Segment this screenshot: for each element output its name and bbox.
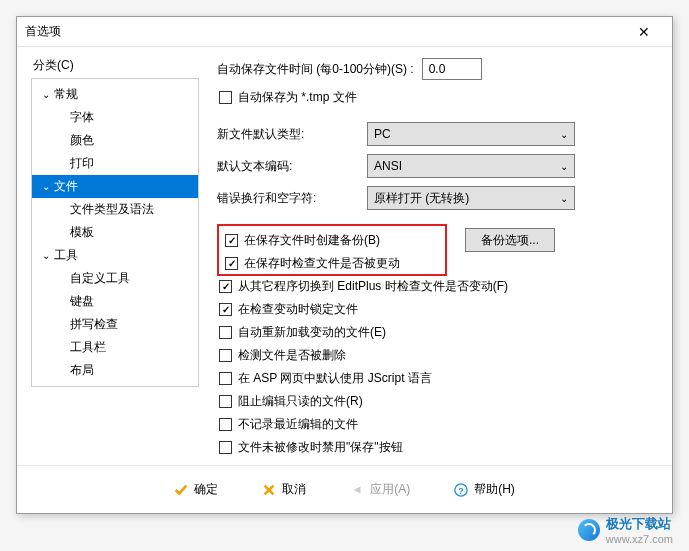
- tree-item-templates[interactable]: 模板: [32, 221, 198, 244]
- check-label: 不记录最近编辑的文件: [238, 416, 358, 433]
- help-button[interactable]: ? 帮助(H): [446, 477, 523, 502]
- tree-item-keyboard[interactable]: 键盘: [32, 290, 198, 313]
- default-encoding-row: 默认文本编码: ANSI ⌄: [217, 154, 658, 178]
- tree-label: 文件类型及语法: [70, 201, 154, 218]
- tree-item-font[interactable]: 字体: [32, 106, 198, 129]
- check-on-save-check-modified[interactable]: 在保存时检查文件是否被更动: [223, 255, 441, 272]
- check-create-backup[interactable]: 在保存文件时创建备份(B): [223, 232, 441, 249]
- check-label: 从其它程序切换到 EditPlus 时检查文件是否变动(F): [238, 278, 508, 295]
- check-asp-jscript[interactable]: 在 ASP 网页中默认使用 JScript 语言: [217, 370, 658, 387]
- tree-label: 拼写检查: [70, 316, 118, 333]
- check-label: 在保存文件时创建备份(B): [244, 232, 380, 249]
- tree-label: 布局: [70, 362, 94, 379]
- cancel-label: 取消: [282, 481, 306, 498]
- tree-item-general[interactable]: ⌄ 常规: [32, 83, 198, 106]
- close-button[interactable]: ✕: [624, 18, 664, 46]
- ok-button[interactable]: 确定: [166, 477, 226, 502]
- tree-label: 字体: [70, 109, 94, 126]
- window-title: 首选项: [25, 23, 624, 40]
- footer: 确定 取消 应用(A) ? 帮助(H): [17, 465, 672, 513]
- question-icon: ?: [454, 483, 468, 497]
- checkbox-icon: [219, 418, 232, 431]
- check-readonly-block[interactable]: 阻止编辑只读的文件(R): [217, 393, 658, 410]
- chevron-down-icon: ⌄: [560, 129, 568, 140]
- tree-item-print[interactable]: 打印: [32, 152, 198, 175]
- x-icon: [262, 483, 276, 497]
- tree-item-filetypes[interactable]: 文件类型及语法: [32, 198, 198, 221]
- check-label: 阻止编辑只读的文件(R): [238, 393, 363, 410]
- check-label: 在保存时检查文件是否被更动: [244, 255, 400, 272]
- checkbox-icon: [219, 441, 232, 454]
- checkbox-icon: [219, 91, 232, 104]
- new-file-type-select[interactable]: PC ⌄: [367, 122, 575, 146]
- help-label: 帮助(H): [474, 481, 515, 498]
- autosave-tmp-label: 自动保存为 *.tmp 文件: [238, 89, 357, 106]
- watermark-url: www.xz7.com: [606, 533, 673, 545]
- apply-label: 应用(A): [370, 481, 410, 498]
- select-value: PC: [374, 127, 391, 141]
- tree-label: 文件: [54, 178, 78, 195]
- chevron-down-icon: ⌄: [560, 161, 568, 172]
- backup-button-label: 备份选项...: [481, 232, 539, 249]
- category-tree: ⌄ 常规 字体 颜色 打印 ⌄ 文件 文件类型及语法 模板 ⌄ 工具 自定义工具…: [31, 78, 199, 387]
- backup-options-button[interactable]: 备份选项...: [465, 228, 555, 252]
- chevron-down-icon: ⌄: [42, 181, 54, 192]
- ok-label: 确定: [194, 481, 218, 498]
- check-lock-on-check[interactable]: 在检查变动时锁定文件: [217, 301, 658, 318]
- check-label: 检测文件是否被删除: [238, 347, 346, 364]
- tree-item-file[interactable]: ⌄ 文件: [32, 175, 198, 198]
- checkbox-icon: [219, 395, 232, 408]
- check-detect-deleted[interactable]: 检测文件是否被删除: [217, 347, 658, 364]
- checkbox-icon: [225, 234, 238, 247]
- checkbox-icon: [219, 326, 232, 339]
- arrow-left-icon: [350, 483, 364, 497]
- check-label: 自动重新加载变动的文件(E): [238, 324, 386, 341]
- watermark-text: 极光下载站 www.xz7.com: [606, 515, 673, 545]
- tree-label: 常规: [54, 86, 78, 103]
- chevron-down-icon: ⌄: [42, 250, 54, 261]
- check-no-recent[interactable]: 不记录最近编辑的文件: [217, 416, 658, 433]
- checkbox-icon: [219, 372, 232, 385]
- new-file-type-label: 新文件默认类型:: [217, 126, 367, 143]
- main-panel: 自动保存文件时间 (每0-100分钟)(S) : 自动保存为 *.tmp 文件 …: [199, 57, 658, 465]
- chevron-down-icon: ⌄: [560, 193, 568, 204]
- sidebar-wrapper: 分类(C) ⌄ 常规 字体 颜色 打印 ⌄ 文件 文件类型及语法 模板 ⌄ 工具: [31, 57, 199, 465]
- select-value: ANSI: [374, 159, 402, 173]
- svg-text:?: ?: [458, 485, 463, 495]
- tree-item-tools[interactable]: ⌄ 工具: [32, 244, 198, 267]
- highlight-box: 在保存文件时创建备份(B) 在保存时检查文件是否被更动: [217, 224, 447, 276]
- check-label: 在检查变动时锁定文件: [238, 301, 358, 318]
- tree-item-toolbar[interactable]: 工具栏: [32, 336, 198, 359]
- tree-item-spellcheck[interactable]: 拼写检查: [32, 313, 198, 336]
- content-area: 分类(C) ⌄ 常规 字体 颜色 打印 ⌄ 文件 文件类型及语法 模板 ⌄ 工具: [17, 47, 672, 465]
- preferences-window: 首选项 ✕ 分类(C) ⌄ 常规 字体 颜色 打印 ⌄ 文件 文件类型及语法 模…: [16, 16, 673, 514]
- autosave-input[interactable]: [422, 58, 482, 80]
- wrap-row: 错误换行和空字符: 原样打开 (无转换) ⌄: [217, 186, 658, 210]
- tree-item-layout[interactable]: 布局: [32, 359, 198, 382]
- checkbox-icon: [219, 303, 232, 316]
- tree-label: 模板: [70, 224, 94, 241]
- check-label: 在 ASP 网页中默认使用 JScript 语言: [238, 370, 432, 387]
- default-encoding-label: 默认文本编码:: [217, 158, 367, 175]
- default-encoding-select[interactable]: ANSI ⌄: [367, 154, 575, 178]
- select-value: 原样打开 (无转换): [374, 190, 469, 207]
- check-icon: [174, 483, 188, 497]
- cancel-button[interactable]: 取消: [254, 477, 314, 502]
- titlebar: 首选项 ✕: [17, 17, 672, 47]
- tree-item-color[interactable]: 颜色: [32, 129, 198, 152]
- tree-label: 工具栏: [70, 339, 106, 356]
- tree-label: 键盘: [70, 293, 94, 310]
- autosave-tmp-row[interactable]: 自动保存为 *.tmp 文件: [217, 89, 658, 106]
- wrap-select[interactable]: 原样打开 (无转换) ⌄: [367, 186, 575, 210]
- autosave-row: 自动保存文件时间 (每0-100分钟)(S) :: [217, 57, 658, 81]
- watermark-icon: [578, 519, 600, 541]
- tree-label: 打印: [70, 155, 94, 172]
- check-disable-save[interactable]: 文件未被修改时禁用"保存"按钮: [217, 439, 658, 456]
- check-label: 文件未被修改时禁用"保存"按钮: [238, 439, 403, 456]
- apply-button[interactable]: 应用(A): [342, 477, 418, 502]
- check-auto-reload[interactable]: 自动重新加载变动的文件(E): [217, 324, 658, 341]
- tree-item-customtools[interactable]: 自定义工具: [32, 267, 198, 290]
- new-file-type-row: 新文件默认类型: PC ⌄: [217, 122, 658, 146]
- sidebar-label: 分类(C): [31, 57, 199, 74]
- check-detect-external-change[interactable]: 从其它程序切换到 EditPlus 时检查文件是否变动(F): [217, 278, 658, 295]
